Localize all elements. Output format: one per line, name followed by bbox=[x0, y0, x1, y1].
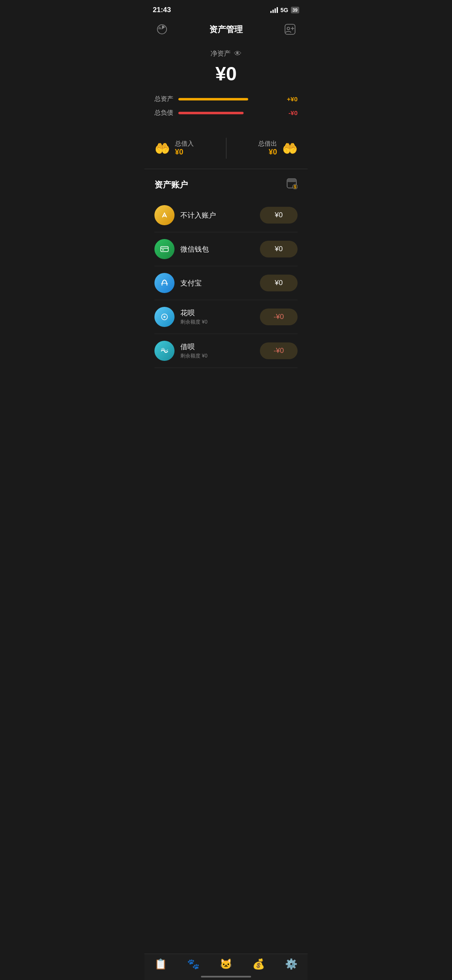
borrow-item[interactable]: 🤲 总借入 ¥0 bbox=[154, 140, 223, 157]
account-name: 微信钱包 bbox=[180, 244, 254, 254]
total-assets-bar bbox=[178, 98, 272, 100]
divider bbox=[226, 138, 226, 159]
total-assets-value: +¥0 bbox=[277, 95, 298, 103]
account-name: 不计入账户 bbox=[180, 211, 254, 220]
lend-item[interactable]: 总借出 ¥0 🤲 bbox=[230, 140, 298, 157]
manage-accounts-icon[interactable]: $ bbox=[286, 177, 298, 192]
visibility-toggle[interactable]: 👁 bbox=[234, 49, 241, 58]
borrow-value: ¥0 bbox=[175, 148, 194, 157]
account-avatar bbox=[154, 273, 175, 293]
account-name-wrap: 借呗 剩余额度 ¥0 bbox=[180, 342, 254, 360]
net-assets-value: ¥0 bbox=[154, 62, 298, 85]
net-assets-label: 净资产 👁 bbox=[154, 49, 298, 58]
svg-rect-4 bbox=[287, 179, 296, 182]
svg-text:$: $ bbox=[294, 185, 296, 189]
add-account-icon[interactable] bbox=[282, 22, 298, 37]
account-item[interactable]: 微信钱包 ¥0 bbox=[154, 232, 298, 266]
total-liabilities-row: 总负债 -¥0 bbox=[154, 109, 298, 117]
total-assets-bar-fill bbox=[178, 98, 248, 100]
account-name: 花呗 bbox=[180, 308, 254, 318]
account-name: 支付宝 bbox=[180, 278, 254, 288]
svg-rect-1 bbox=[285, 24, 295, 34]
status-right: 5G 39 bbox=[270, 7, 299, 13]
total-assets-row: 总资产 +¥0 bbox=[154, 95, 298, 103]
account-avatar bbox=[154, 341, 175, 361]
borrow-lend-section: 🤲 总借入 ¥0 总借出 ¥0 🤲 bbox=[144, 131, 308, 169]
account-balance: ¥0 bbox=[260, 275, 298, 291]
accounts-section: 资产账户 $ 不计入账户 ¥0 微信钱包 ¥0 bbox=[144, 169, 308, 371]
svg-rect-11 bbox=[162, 250, 164, 250]
status-time: 21:43 bbox=[153, 6, 171, 14]
lend-value: ¥0 bbox=[258, 148, 277, 157]
account-item[interactable]: 借呗 剩余额度 ¥0 -¥0 bbox=[154, 334, 298, 368]
account-name-wrap: 花呗 剩余额度 ¥0 bbox=[180, 308, 254, 326]
account-name-wrap: 不计入账户 bbox=[180, 211, 254, 220]
chart-icon[interactable] bbox=[154, 22, 170, 37]
account-balance: ¥0 bbox=[260, 241, 298, 257]
signal-icon bbox=[270, 7, 278, 13]
account-name: 借呗 bbox=[180, 342, 254, 352]
accounts-title: 资产账户 bbox=[154, 179, 188, 190]
svg-rect-9 bbox=[161, 247, 168, 252]
svg-point-2 bbox=[287, 27, 290, 30]
battery-icon: 39 bbox=[291, 7, 299, 13]
account-avatar bbox=[154, 239, 175, 259]
account-item[interactable]: 不计入账户 ¥0 bbox=[154, 198, 298, 232]
accounts-list: 不计入账户 ¥0 微信钱包 ¥0 支付宝 ¥0 花呗 剩余额度 ¥0 -¥0 bbox=[154, 198, 298, 368]
account-name-wrap: 微信钱包 bbox=[180, 244, 254, 254]
account-name-wrap: 支付宝 bbox=[180, 278, 254, 288]
account-sub: 剩余额度 ¥0 bbox=[180, 352, 254, 360]
borrow-label: 总借入 bbox=[175, 140, 194, 148]
accounts-header: 资产账户 $ bbox=[154, 177, 298, 192]
total-liabilities-value: -¥0 bbox=[277, 109, 298, 116]
total-liabilities-bar bbox=[178, 112, 272, 114]
header: 资产管理 bbox=[144, 18, 308, 41]
account-avatar bbox=[154, 307, 175, 327]
summary-bars: 总资产 +¥0 总负债 -¥0 bbox=[144, 95, 308, 131]
status-bar: 21:43 5G 39 bbox=[144, 0, 308, 18]
lend-icon: 🤲 bbox=[282, 141, 298, 156]
borrow-icon: 🤲 bbox=[154, 141, 170, 156]
page-title: 资产管理 bbox=[209, 24, 243, 35]
total-assets-label: 总资产 bbox=[154, 95, 173, 103]
account-balance: ¥0 bbox=[260, 207, 298, 224]
account-item[interactable]: 支付宝 ¥0 bbox=[154, 266, 298, 300]
network-type: 5G bbox=[280, 7, 288, 13]
total-liabilities-bar-fill bbox=[178, 112, 244, 114]
account-balance: -¥0 bbox=[260, 342, 298, 359]
svg-point-7 bbox=[160, 211, 169, 220]
account-sub: 剩余额度 ¥0 bbox=[180, 319, 254, 326]
total-liabilities-label: 总负债 bbox=[154, 109, 173, 117]
account-balance: -¥0 bbox=[260, 309, 298, 325]
account-item[interactable]: 花呗 剩余额度 ¥0 -¥0 bbox=[154, 300, 298, 334]
net-assets-section: 净资产 👁 ¥0 bbox=[144, 41, 308, 95]
account-avatar bbox=[154, 205, 175, 225]
lend-label: 总借出 bbox=[258, 140, 277, 148]
